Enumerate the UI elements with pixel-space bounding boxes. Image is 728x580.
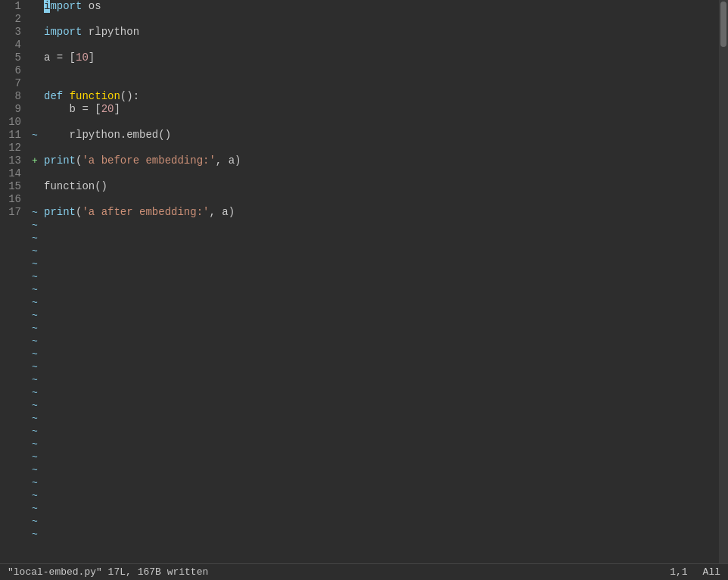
- diff-marker: ~: [30, 373, 39, 386]
- diff-marker: [30, 51, 39, 64]
- line-number: [0, 451, 26, 463]
- line-number: [0, 386, 26, 399]
- diff-marker: [30, 167, 39, 180]
- empty-line: [44, 373, 719, 386]
- number-literal: 10: [76, 51, 89, 64]
- empty-line: [44, 399, 719, 412]
- line-number: [0, 270, 26, 283]
- line-number: [0, 257, 26, 270]
- code-line: a = [10]: [44, 51, 719, 64]
- code-line: [44, 77, 719, 90]
- empty-line: [44, 283, 719, 296]
- diff-marker: ~: [30, 348, 39, 360]
- empty-line: [44, 309, 719, 322]
- line-number: [0, 232, 26, 245]
- line-number: 8: [0, 90, 26, 103]
- line-number: 2: [0, 13, 26, 26]
- code-line: [44, 193, 719, 206]
- line-number: 13: [0, 154, 26, 167]
- line-number: 3: [0, 26, 26, 39]
- empty-line: [44, 489, 719, 502]
- code-text: ]: [114, 103, 120, 116]
- line-number: 16: [0, 193, 26, 206]
- keyword: print: [44, 154, 76, 167]
- line-number: [0, 373, 26, 386]
- empty-line: [44, 528, 719, 541]
- diff-marker: ~: [30, 322, 39, 335]
- empty-line: [44, 515, 719, 528]
- line-number: 14: [0, 167, 26, 180]
- line-number: [0, 245, 26, 257]
- line-number: [0, 219, 26, 232]
- keyword: import: [44, 26, 82, 39]
- scrollbar[interactable]: [719, 0, 728, 563]
- diff-marker: ~: [30, 360, 39, 373]
- line-number: 6: [0, 64, 26, 77]
- change-markers: ~+~~~~~~~~~~~~~~~~~~~~~~~~~~: [30, 0, 39, 563]
- cursor: i: [44, 0, 50, 13]
- empty-line: [44, 360, 719, 373]
- diff-marker: ~: [30, 425, 39, 438]
- code-line: [44, 39, 719, 51]
- diff-marker: [30, 13, 39, 26]
- line-number: [0, 438, 26, 451]
- diff-marker: ~: [30, 451, 39, 463]
- diff-marker: ~: [30, 476, 39, 489]
- string-literal: 'a after embedding:': [82, 206, 209, 219]
- diff-marker: ~: [30, 245, 39, 257]
- diff-marker: [30, 142, 39, 154]
- code-content[interactable]: import os import rlpython a = [10] def f…: [39, 0, 719, 563]
- line-number: [0, 399, 26, 412]
- line-number: [0, 283, 26, 296]
- diff-marker: ~: [30, 257, 39, 270]
- diff-marker: ~: [30, 412, 39, 425]
- line-number: 15: [0, 180, 26, 193]
- diff-marker: ~: [30, 502, 39, 515]
- scrollbar-thumb[interactable]: [720, 2, 726, 47]
- code-line: [44, 116, 719, 129]
- code-line: def function():: [44, 90, 719, 103]
- number-literal: 20: [101, 103, 114, 116]
- keyword: print: [44, 206, 76, 219]
- line-number: [0, 463, 26, 476]
- empty-line: [44, 412, 719, 425]
- line-number: 10: [0, 116, 26, 129]
- empty-line: [44, 322, 719, 335]
- code-text: [63, 90, 69, 103]
- line-numbers: 1234567891011121314151617: [0, 0, 30, 563]
- code-line: import rlpython: [44, 26, 719, 39]
- line-number: [0, 348, 26, 360]
- diff-marker: ~: [30, 129, 39, 142]
- diff-marker: ~: [30, 489, 39, 502]
- diff-marker: [30, 103, 39, 116]
- diff-marker: [30, 39, 39, 51]
- line-number: [0, 309, 26, 322]
- line-number: 12: [0, 142, 26, 154]
- string-literal: 'a before embedding:': [82, 154, 215, 167]
- empty-line: [44, 232, 719, 245]
- diff-marker: +: [30, 154, 39, 167]
- empty-line: [44, 502, 719, 515]
- line-number: [0, 335, 26, 348]
- diff-marker: ~: [30, 232, 39, 245]
- line-number: 11: [0, 129, 26, 142]
- diff-marker: [30, 180, 39, 193]
- code-text: (: [76, 206, 82, 219]
- line-number: 1: [0, 0, 26, 13]
- code-text: ():: [120, 90, 139, 103]
- line-number: 17: [0, 206, 26, 219]
- empty-line: [44, 451, 719, 463]
- scroll-mode: All: [703, 566, 720, 578]
- line-number: [0, 489, 26, 502]
- empty-line: [44, 476, 719, 489]
- code-line: [44, 142, 719, 154]
- status-file-info: "local-embed.py" 17L, 167B written: [8, 566, 208, 578]
- line-number: 7: [0, 77, 26, 90]
- empty-line: [44, 335, 719, 348]
- line-number: [0, 412, 26, 425]
- diff-marker: [30, 77, 39, 90]
- code-line: import os: [44, 0, 719, 13]
- diff-marker: [30, 26, 39, 39]
- line-number: [0, 360, 26, 373]
- keyword: mport: [50, 0, 82, 13]
